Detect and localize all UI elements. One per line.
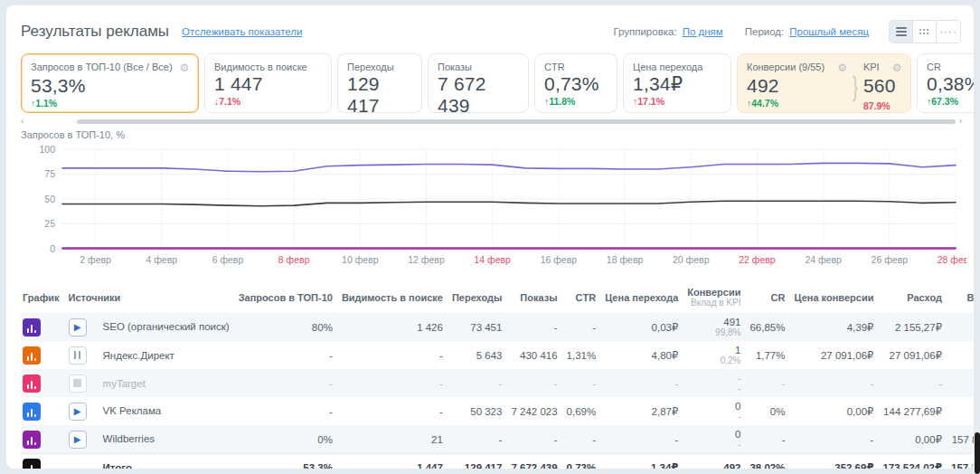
series-toggle-icon[interactable] bbox=[23, 374, 41, 393]
pause-icon[interactable] bbox=[69, 346, 87, 365]
card-top10-label: Запросов в ТОП-10 (Все / Все) bbox=[31, 62, 173, 72]
col-top10: Запросов в ТОП-10 bbox=[237, 281, 340, 313]
card-clicks[interactable]: Переходы 129 417 ↓13.5% bbox=[337, 53, 422, 113]
card-ctr[interactable]: CTR 0,73% ↑11.8% bbox=[534, 53, 617, 113]
table-row-total[interactable]: Итого 53,3%1 447 129 4177 672 439 0,73%1… bbox=[21, 454, 974, 469]
top10-chart: 10075502502 февр4 февр6 февр8 февр10 фев… bbox=[21, 142, 974, 274]
series-toggle-icon[interactable] bbox=[23, 431, 41, 449]
table-row-seo[interactable]: ▶SEO (органический поиск) 80%1 426 73 45… bbox=[21, 313, 974, 341]
table-row-vk[interactable]: ▶VK Реклама -- 50 3237 242 023 0,69%2,87… bbox=[21, 397, 974, 425]
svg-text:25: 25 bbox=[44, 218, 55, 229]
source-name: myTarget bbox=[87, 378, 146, 389]
chevron-right-icon[interactable]: › bbox=[959, 117, 968, 126]
col-cr: CR bbox=[748, 281, 792, 313]
svg-text:8 февр: 8 февр bbox=[278, 254, 310, 265]
svg-text:10 февр: 10 февр bbox=[342, 254, 379, 265]
series-toggle-icon[interactable] bbox=[23, 346, 41, 365]
rows-view-icon bbox=[919, 29, 930, 34]
card-visibility-label: Видимость в поиске bbox=[214, 62, 307, 72]
svg-text:28 февр: 28 февр bbox=[938, 254, 966, 265]
col-impressions: Показы bbox=[509, 281, 564, 313]
series-toggle-icon[interactable] bbox=[23, 403, 41, 421]
results-panel: Результаты рекламы Отслеживать показател… bbox=[6, 5, 974, 469]
svg-text:24 февр: 24 февр bbox=[805, 254, 842, 265]
table-row-yandex-direct[interactable]: Яндекс.Директ -- 5 643430 416 1,31%4,80₽… bbox=[21, 341, 974, 369]
play-icon[interactable]: ▶ bbox=[69, 318, 87, 337]
card-cr-delta: ↑67.3% bbox=[927, 96, 974, 107]
card-impressions[interactable]: Показы 7 672 439 ↓41.7% bbox=[428, 53, 529, 113]
card-cpc-value: 1,34₽ bbox=[633, 73, 721, 95]
card-top10-delta: ↑1.1% bbox=[31, 98, 189, 109]
card-clicks-label: Переходы bbox=[347, 62, 394, 72]
gear-icon[interactable]: ⚙ bbox=[173, 62, 190, 74]
source-name: Итого bbox=[69, 462, 132, 469]
card-cr[interactable]: CR 0,38% ↑67.3% bbox=[917, 53, 974, 113]
svg-text:12 февр: 12 февр bbox=[408, 254, 445, 265]
cards-scrollbar: ‹ › bbox=[21, 117, 974, 126]
stop-icon[interactable] bbox=[69, 374, 87, 393]
view-toggle-group: ···· bbox=[889, 20, 961, 43]
table-row-wildberries[interactable]: ▶Wildberries 0%21 -- -- 0- -- 0,00₽157 8… bbox=[21, 425, 974, 454]
col-visibility: Видимость в поиске bbox=[340, 281, 450, 313]
sources-table: График Источники Запросов в ТОП-10 Видим… bbox=[21, 281, 974, 469]
series-toggle-icon[interactable] bbox=[23, 318, 41, 337]
card-visibility[interactable]: Видимость в поиске 1 447 ↓7.1% bbox=[204, 53, 332, 113]
card-cpc-label: Цена перехода bbox=[633, 62, 702, 72]
grouping-label: Группировка: bbox=[613, 26, 676, 37]
page-title: Результаты рекламы bbox=[21, 23, 169, 41]
gear-icon[interactable]: ⚙ bbox=[885, 62, 902, 74]
svg-text:4 февр: 4 февр bbox=[146, 254, 177, 265]
card-cpc[interactable]: Цена перехода 1,34₽ ↑17.1% bbox=[623, 53, 731, 113]
source-name: Яндекс.Директ bbox=[87, 350, 174, 361]
play-icon[interactable]: ▶ bbox=[69, 403, 87, 421]
kpi-block: KPI⚙ 560 87.9% от KPI bbox=[863, 62, 902, 107]
period-select[interactable]: Прошлый месяц bbox=[789, 26, 869, 37]
col-ctr: CTR bbox=[565, 281, 604, 313]
scrollbar-thumb[interactable] bbox=[77, 119, 956, 124]
svg-text:16 февр: 16 февр bbox=[541, 254, 578, 265]
col-clicks: Переходы bbox=[450, 281, 510, 313]
card-impressions-value: 7 672 439 bbox=[438, 73, 519, 113]
source-name: VK Реклама bbox=[87, 405, 162, 416]
card-visibility-value: 1 447 bbox=[214, 73, 322, 95]
chevron-left-icon[interactable]: ‹ bbox=[21, 117, 30, 126]
card-clicks-value: 129 417 bbox=[347, 73, 412, 113]
more-options-button[interactable]: ···· bbox=[937, 21, 960, 43]
grouping-select[interactable]: По дням bbox=[683, 26, 723, 37]
table-row-mytarget[interactable]: myTarget -- -- -- -- -- -- bbox=[21, 369, 974, 397]
card-visibility-delta: ↓7.1% bbox=[214, 96, 322, 107]
svg-text:0: 0 bbox=[50, 243, 55, 254]
track-metrics-link[interactable]: Отслеживать показатели bbox=[182, 26, 302, 37]
card-top10[interactable]: Запросов в ТОП-10 (Все / Все)⚙ 53,3% ↑1.… bbox=[21, 53, 199, 113]
conversions-value: 492 bbox=[747, 75, 847, 97]
card-top10-value: 53,3% bbox=[31, 75, 189, 97]
col-cost: Расход bbox=[881, 281, 949, 313]
gear-icon[interactable]: ⚙ bbox=[830, 62, 847, 74]
series-toggle-icon[interactable] bbox=[23, 459, 41, 469]
svg-text:20 февр: 20 февр bbox=[673, 254, 710, 265]
card-impressions-label: Показы bbox=[438, 62, 472, 72]
card-cr-value: 0,38% bbox=[927, 73, 974, 95]
card-cr-label: CR bbox=[927, 62, 941, 72]
chart-title: Запросов в ТОП-10, % bbox=[21, 129, 974, 140]
page-header: Результаты рекламы Отслеживать показател… bbox=[21, 18, 974, 45]
view-cards-button[interactable] bbox=[890, 21, 913, 43]
header-controls: Группировка: По дням Период: Прошлый мес… bbox=[597, 20, 961, 43]
vertical-scrollbar-thumb[interactable] bbox=[975, 432, 980, 474]
col-source: Источники bbox=[67, 281, 237, 313]
col-chart: График bbox=[21, 281, 67, 313]
card-ctr-delta: ↑11.8% bbox=[544, 96, 608, 107]
col-cpc: Цена перехода bbox=[603, 281, 685, 313]
svg-text:75: 75 bbox=[44, 168, 55, 179]
play-icon[interactable]: ▶ bbox=[69, 431, 87, 449]
svg-text:2 февр: 2 февр bbox=[80, 254, 111, 265]
cards-view-icon bbox=[896, 27, 907, 36]
view-rows-button[interactable] bbox=[913, 21, 937, 43]
svg-text:26 февр: 26 февр bbox=[872, 254, 909, 265]
svg-text:14 февр: 14 февр bbox=[474, 254, 511, 265]
source-name: SEO (органический поиск) bbox=[87, 321, 230, 332]
svg-text:6 февр: 6 февр bbox=[212, 254, 244, 265]
line-chart-svg: 10075502502 февр4 февр6 февр8 февр10 фев… bbox=[21, 142, 966, 270]
kpi-label: KPI bbox=[863, 62, 880, 72]
card-conversions-kpi[interactable]: Конверсии (9/55)⚙ 492 ↑44.7% } KPI⚙ 560 … bbox=[737, 53, 911, 113]
